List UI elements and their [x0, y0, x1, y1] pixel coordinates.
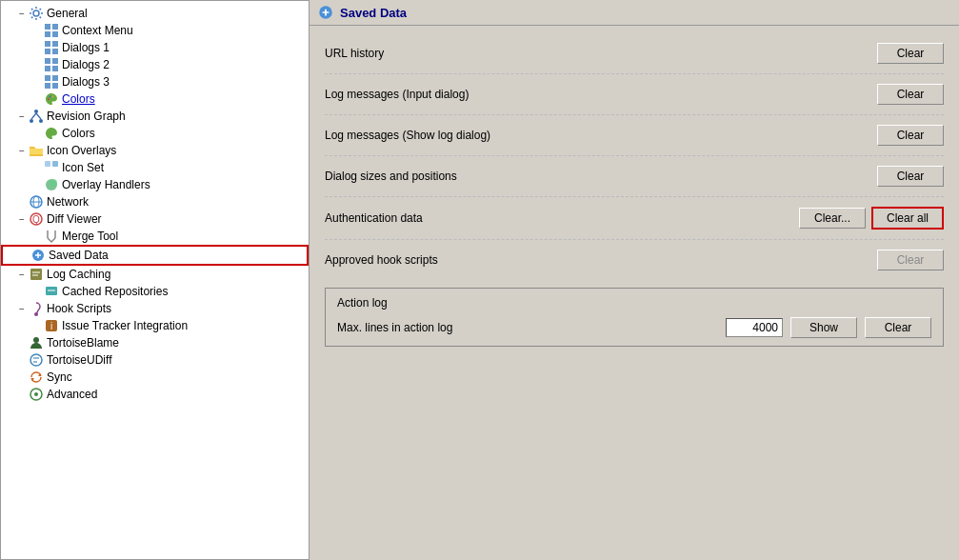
expand-diff-icon: − [16, 213, 28, 225]
spacer [31, 162, 43, 173]
tree-item-sync[interactable]: Sync [1, 369, 309, 386]
spacer [16, 196, 28, 208]
tree-label: Colors [62, 92, 95, 106]
svg-point-20 [34, 110, 38, 113]
tree-label: Dialogs 2 [62, 58, 110, 71]
tree-label: Diff Viewer [47, 212, 102, 226]
tree-item-dialogs3[interactable]: Dialogs 3 [1, 73, 309, 90]
svg-line-24 [36, 113, 41, 119]
action-log-clear-button[interactable]: Clear [865, 317, 931, 338]
svg-rect-1 [45, 24, 50, 30]
log-messages-show-actions: Clear [877, 125, 944, 146]
panel-title-text: Saved Data [340, 6, 407, 20]
svg-rect-12 [52, 66, 58, 71]
auth-data-clear-button[interactable]: Clear... [799, 208, 866, 229]
action-log-show-button[interactable]: Show [790, 317, 857, 338]
saveddata-icon [30, 248, 46, 263]
tree-item-general[interactable]: − General [1, 5, 309, 22]
tree-label: Merge Tool [62, 230, 118, 243]
tree-item-overlay-handlers[interactable]: Overlay Handlers [1, 176, 309, 193]
tree-label: Saved Data [49, 249, 109, 262]
spacer [31, 93, 43, 105]
tree-item-colors2[interactable]: Colors [1, 125, 309, 142]
tree-item-diff-viewer[interactable]: − Q Diff Viewer [1, 210, 309, 228]
auth-data-row: Authentication data Clear... Clear all [325, 197, 944, 239]
spacer [31, 230, 43, 242]
tree-item-issue-tracker[interactable]: i Issue Tracker Integration [1, 317, 309, 334]
auth-data-label: Authentication data [325, 211, 799, 225]
overlay-icon [44, 177, 59, 192]
spacer [31, 179, 43, 190]
approved-hooks-clear-button[interactable]: Clear [877, 250, 944, 270]
log-messages-input-actions: Clear [877, 84, 944, 105]
tree-item-context-menu[interactable]: Context Menu [1, 22, 309, 39]
tree-item-log-caching[interactable]: − Log Caching [1, 266, 309, 283]
log-messages-input-clear-button[interactable]: Clear [877, 84, 944, 105]
iconset-icon [44, 160, 59, 175]
log-messages-input-label: Log messages (Input dialog) [325, 88, 877, 101]
panel-title-icon [317, 4, 334, 21]
tree-label: Icon Overlays [47, 144, 116, 157]
sync-icon [29, 370, 44, 385]
log-messages-show-row: Log messages (Show log dialog) Clear [325, 115, 944, 155]
tree-label: Log Caching [47, 268, 110, 281]
tree-item-advanced[interactable]: Advanced [1, 386, 309, 403]
tree-item-dialogs1[interactable]: Dialogs 1 [1, 39, 309, 56]
spacer [16, 389, 28, 400]
tree-item-hook-scripts[interactable]: − Hook Scripts [1, 300, 309, 317]
svg-rect-6 [52, 41, 58, 47]
tree-label: Sync [47, 370, 72, 384]
folder-icon [29, 143, 44, 158]
log-messages-show-label: Log messages (Show log dialog) [325, 129, 877, 142]
tree-label: Dialogs 1 [62, 41, 110, 54]
url-history-actions: Clear [877, 43, 944, 64]
svg-point-43 [33, 337, 39, 343]
svg-rect-2 [52, 24, 58, 30]
diff-icon: Q [29, 211, 44, 227]
spacer [16, 354, 28, 366]
tree-label: General [47, 7, 88, 20]
tree-item-revision-graph[interactable]: − Revision Graph [1, 108, 309, 125]
tree-item-network[interactable]: Network [1, 193, 309, 210]
svg-point-48 [34, 392, 38, 396]
gear-icon [29, 6, 44, 21]
panel-content-area: URL history Clear Log messages (Input di… [310, 26, 959, 560]
svg-rect-35 [30, 269, 42, 280]
svg-rect-11 [45, 66, 50, 71]
tree-item-tortoiseudiff[interactable]: TortoiseUDiff [1, 351, 309, 369]
tree-item-icon-set[interactable]: Icon Set [1, 159, 309, 176]
auth-data-actions: Clear... Clear all [799, 207, 944, 230]
svg-point-21 [30, 119, 33, 123]
tree-label: Overlay Handlers [62, 178, 150, 191]
spacer [18, 250, 30, 261]
tree-item-colors1[interactable]: Colors [1, 90, 309, 108]
dialog-sizes-row: Dialog sizes and positions Clear [325, 156, 944, 196]
url-history-label: URL history [325, 47, 877, 60]
cached-icon [44, 284, 59, 299]
tree-label: Cached Repositories [62, 285, 168, 298]
auth-data-clear-all-button[interactable]: Clear all [871, 207, 944, 230]
spacer [31, 25, 43, 36]
tree-item-cached-repos[interactable]: Cached Repositories [1, 283, 309, 300]
approved-hooks-actions: Clear [877, 250, 944, 270]
tree-item-icon-overlays[interactable]: − Icon Overlays [1, 142, 309, 159]
svg-rect-7 [45, 49, 50, 54]
dialog-sizes-clear-button[interactable]: Clear [877, 166, 944, 187]
settings-tree[interactable]: − General Context Menu Dialogs 1 Dialogs… [0, 0, 310, 560]
tree-item-merge-tool[interactable]: Merge Tool [1, 228, 309, 245]
advanced-icon [29, 387, 44, 402]
tree-item-tortoiseblame[interactable]: TortoiseBlame [1, 334, 309, 351]
grid-icon [44, 57, 59, 72]
log-messages-show-clear-button[interactable]: Clear [877, 125, 944, 146]
spacer [16, 371, 28, 383]
action-log-value-input[interactable] [726, 318, 783, 337]
log-icon [29, 267, 44, 282]
url-history-clear-button[interactable]: Clear [877, 43, 944, 64]
tree-item-dialogs2[interactable]: Dialogs 2 [1, 56, 309, 73]
svg-rect-26 [52, 161, 58, 167]
tree-item-saved-data[interactable]: Saved Data [1, 245, 309, 266]
panel-title-bar: Saved Data [310, 0, 959, 26]
svg-point-22 [39, 119, 43, 123]
svg-text:i: i [50, 321, 52, 331]
svg-rect-4 [52, 31, 58, 37]
